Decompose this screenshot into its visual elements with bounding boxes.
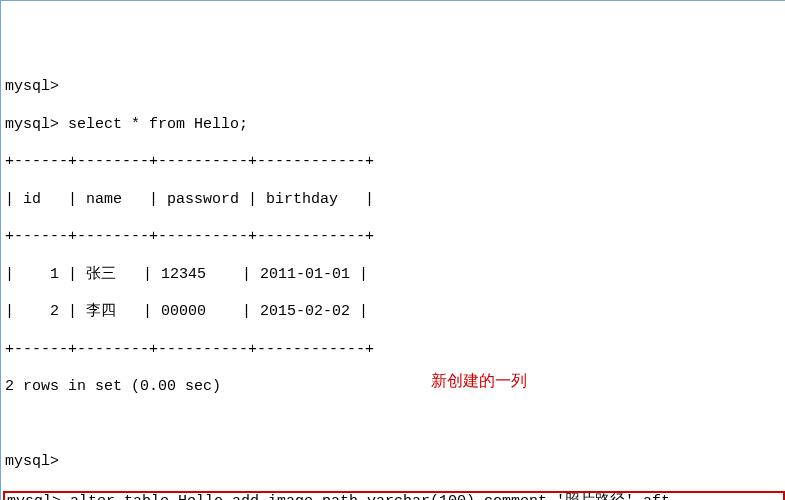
sql-command: alter table Hello add image_path varchar… — [70, 493, 670, 501]
mysql-prompt: mysql> — [5, 78, 59, 95]
table-border: +------+--------+----------+------------… — [5, 153, 785, 172]
prompt-line[interactable]: mysql> — [5, 78, 785, 97]
mysql-prompt: mysql> — [5, 453, 59, 470]
sql-command: select * from Hello; — [68, 116, 248, 133]
prompt-line[interactable]: mysql> — [5, 453, 785, 472]
mysql-prompt: mysql> — [5, 116, 59, 133]
highlighted-command-box: mysql> alter table Hello add image_path … — [3, 491, 785, 501]
table-border: +------+--------+----------+------------… — [5, 228, 785, 247]
blank-line — [5, 416, 785, 435]
table-row: | 1 | 张三 | 12345 | 2011-01-01 | — [5, 266, 785, 285]
result-summary: 2 rows in set (0.00 sec) — [5, 378, 785, 397]
table-row: | 2 | 李四 | 00000 | 2015-02-02 | — [5, 303, 785, 322]
table-header: | id | name | password | birthday | — [5, 191, 785, 210]
mysql-prompt: mysql> — [7, 493, 61, 501]
prompt-line[interactable]: mysql> select * from Hello; — [5, 116, 785, 135]
annotation-new-column: 新创建的一列 — [431, 371, 527, 391]
table-border: +------+--------+----------+------------… — [5, 341, 785, 360]
